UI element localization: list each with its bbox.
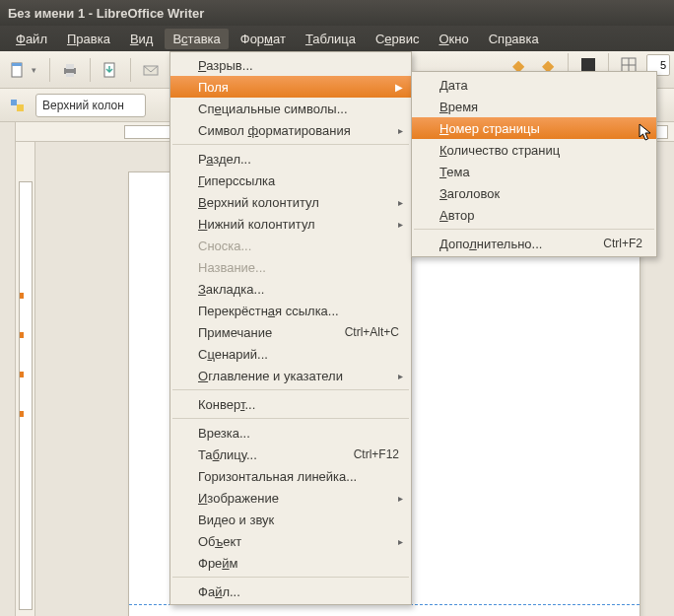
menu-item-script[interactable]: Сценарий... [170, 343, 411, 365]
export-pdf-icon[interactable] [99, 58, 122, 82]
menu-item-footer[interactable]: Нижний колонтитул▸ [170, 213, 411, 235]
menu-item-section[interactable]: Раздел... [170, 148, 411, 170]
print-icon[interactable] [58, 58, 82, 82]
insert-menu-dropdown: Разрыв... Поля▶ Специальные символы... С… [169, 51, 412, 605]
menu-tools[interactable]: Сервис [368, 29, 428, 49]
svg-rect-4 [66, 73, 74, 77]
submenu-item-time[interactable]: Время [412, 96, 656, 117]
shortcut-label: Ctrl+F12 [354, 447, 399, 461]
menu-item-caption: Название... [170, 256, 411, 278]
styles-icon[interactable] [6, 94, 30, 117]
submenu-item-author[interactable]: Автор [412, 204, 656, 226]
menubar: Файл Правка Вид Вставка Формат Таблица С… [0, 26, 674, 51]
submenu-item-other[interactable]: Дополнительно...Ctrl+F2 [412, 233, 656, 254]
menu-item-frame[interactable]: Врезка... [170, 422, 411, 444]
menu-separator [172, 577, 409, 578]
menu-insert[interactable]: Вставка [165, 29, 228, 49]
menu-item-fields[interactable]: Поля▶ [170, 76, 411, 98]
menu-edit[interactable]: Правка [59, 29, 118, 49]
menu-item-formatting-mark[interactable]: Символ форматирования▸ [170, 119, 411, 141]
menu-item-hyperlink[interactable]: Гиперссылка [170, 170, 411, 191]
separator [90, 58, 91, 82]
submenu-arrow-icon: ▸ [398, 536, 403, 547]
menu-item-crossref[interactable]: Перекрёстная ссылка... [170, 300, 411, 321]
menu-format[interactable]: Формат [233, 29, 294, 49]
window-title: Без имени 1 - LibreOffice Writer [8, 6, 204, 21]
fields-submenu: Дата Время Номер страницы Количество стр… [411, 71, 657, 257]
ruler-vertical[interactable] [16, 142, 35, 616]
menu-view[interactable]: Вид [122, 29, 162, 49]
menu-item-table[interactable]: Таблицу...Ctrl+F12 [170, 444, 411, 465]
menu-item-media[interactable]: Видео и звук [170, 509, 411, 530]
right-spinner-value: 5 [660, 59, 666, 71]
menu-window[interactable]: Окно [431, 29, 476, 49]
titlebar: Без имени 1 - LibreOffice Writer [0, 0, 674, 26]
shortcut-label: Ctrl+Alt+C [345, 325, 399, 339]
separator [130, 58, 131, 82]
menu-item-floating-frame[interactable]: Фрейм [170, 552, 411, 574]
menu-separator [172, 418, 409, 419]
new-dropdown-icon[interactable]: ▾ [32, 65, 41, 75]
submenu-arrow-icon: ▸ [398, 125, 403, 136]
menu-separator [172, 144, 409, 145]
paragraph-style-combo[interactable]: Верхний колон [35, 94, 146, 117]
svg-rect-1 [12, 63, 22, 66]
menu-item-header[interactable]: Верхний колонтитул▸ [170, 191, 411, 213]
submenu-item-page-count[interactable]: Количество страниц [412, 139, 656, 161]
menu-file[interactable]: Файл [8, 29, 55, 49]
menu-item-bookmark[interactable]: Закладка... [170, 278, 411, 300]
submenu-arrow-icon: ▶ [395, 82, 403, 93]
menu-help[interactable]: Справка [481, 29, 547, 49]
menu-item-hrule[interactable]: Горизонтальная линейка... [170, 465, 411, 487]
separator [49, 58, 50, 82]
menu-separator [172, 389, 409, 390]
shortcut-label: Ctrl+F2 [603, 237, 642, 250]
menu-item-file[interactable]: Файл... [170, 581, 411, 602]
submenu-arrow-icon: ▸ [398, 219, 403, 230]
submenu-item-subject[interactable]: Тема [412, 161, 656, 182]
menu-item-break[interactable]: Разрыв... [170, 54, 411, 76]
menu-table[interactable]: Таблица [298, 29, 364, 49]
submenu-item-page-number[interactable]: Номер страницы [412, 117, 656, 139]
menu-item-envelope[interactable]: Конверт... [170, 393, 411, 415]
menu-item-image[interactable]: Изображение▸ [170, 487, 411, 509]
menu-item-comment[interactable]: ПримечаниеCtrl+Alt+C [170, 321, 411, 343]
mail-icon[interactable] [139, 58, 163, 82]
left-sidebar [0, 122, 16, 616]
svg-rect-3 [66, 64, 74, 69]
submenu-item-title[interactable]: Заголовок [412, 182, 656, 204]
submenu-item-date[interactable]: Дата [412, 74, 656, 96]
submenu-arrow-icon: ▸ [398, 371, 403, 381]
new-document-icon[interactable] [6, 58, 30, 82]
menu-item-footnote: Сноска... [170, 235, 411, 256]
submenu-arrow-icon: ▸ [398, 197, 403, 208]
submenu-arrow-icon: ▸ [398, 493, 403, 504]
svg-rect-7 [11, 100, 17, 105]
svg-rect-8 [17, 104, 24, 111]
menu-item-indexes[interactable]: Оглавление и указатели▸ [170, 365, 411, 386]
paragraph-style-value: Верхний колон [42, 99, 124, 112]
menu-item-special-chars[interactable]: Специальные символы... [170, 98, 411, 119]
menu-separator [414, 229, 654, 230]
menu-item-object[interactable]: Объект▸ [170, 530, 411, 552]
